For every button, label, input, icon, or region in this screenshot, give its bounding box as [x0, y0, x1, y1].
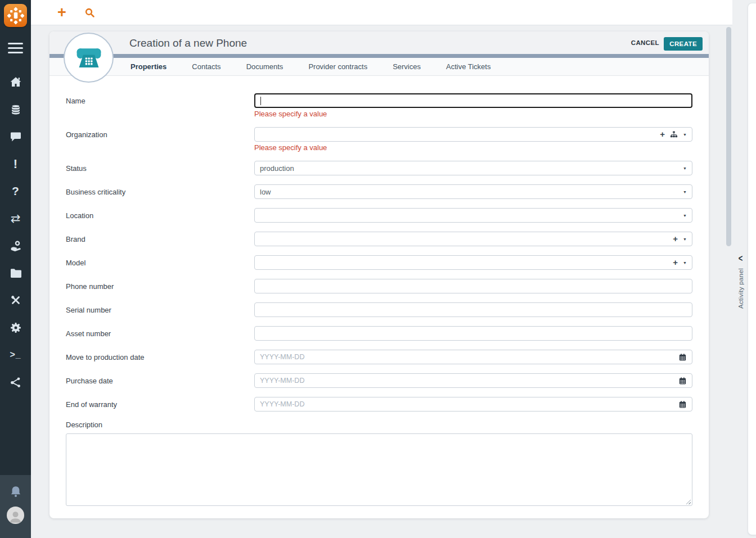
tab-contacts[interactable]: Contacts	[192, 62, 220, 71]
form-row-model: Model+▼	[66, 255, 692, 270]
caret-down-icon[interactable]: ▼	[683, 190, 687, 194]
tab-properties[interactable]: Properties	[130, 62, 166, 71]
activity-panel-toggle[interactable]: < Activity panel	[733, 254, 748, 309]
chevron-left-icon[interactable]: <	[739, 253, 743, 264]
sidebar-item-chat[interactable]	[0, 130, 31, 143]
form-row-purchase-date: Purchase dateYYYY-MM-DD	[66, 373, 692, 388]
caret-down-icon[interactable]: ▼	[683, 261, 687, 265]
plus-icon: +	[57, 4, 66, 20]
global-search-button[interactable]	[81, 4, 98, 21]
field-label-name: Name	[66, 93, 254, 118]
location-select[interactable]: ▼	[254, 208, 692, 223]
field-label-purchase-date: Purchase date	[66, 373, 254, 388]
field-label-phone-number: Phone number	[66, 279, 254, 293]
phone-number-input[interactable]	[254, 279, 692, 293]
asset-number-input[interactable]	[254, 326, 692, 341]
sidebar-item-transfer[interactable]: ⇄	[0, 212, 31, 225]
plus-icon[interactable]: +	[673, 259, 678, 266]
sidebar-item-help[interactable]: ?	[0, 184, 31, 198]
sidebar-item-data[interactable]	[0, 103, 31, 116]
purchase-date-input[interactable]: YYYY-MM-DD	[254, 373, 692, 388]
card-header: Creation of a new Phone CANCEL CREATE	[50, 31, 709, 54]
form-row-organization: Organization+▼Please specify a value	[66, 127, 692, 152]
business-criticality-select[interactable]: low▼	[254, 184, 692, 199]
plus-icon[interactable]: +	[673, 235, 678, 243]
cancel-button[interactable]: CANCEL	[631, 39, 659, 46]
sidebar-item-services[interactable]	[0, 239, 31, 252]
tab-services[interactable]: Services	[393, 62, 421, 71]
calendar-icon[interactable]	[678, 353, 687, 361]
end-of-warranty-input[interactable]: YYYY-MM-DD	[254, 397, 692, 412]
page-title: Creation of a new Phone	[129, 31, 247, 55]
tab-active-tickets[interactable]: Active Tickets	[446, 62, 490, 71]
new-object-button[interactable]: +	[53, 4, 70, 21]
help-icon: ?	[12, 184, 19, 198]
sidebar-nav: !?⇄>_	[0, 75, 31, 403]
form-row-brand: Brand+▼	[66, 232, 692, 246]
create-button[interactable]: CREATE	[664, 37, 703, 51]
business-criticality-value: low	[260, 188, 271, 196]
form-row-end-of-warranty: End of warrantyYYYY-MM-DD	[66, 397, 692, 412]
organization-validation-message: Please specify a value	[254, 144, 692, 152]
name-input[interactable]	[254, 93, 692, 108]
calendar-icon[interactable]	[678, 400, 687, 409]
field-label-business-criticality: Business criticality	[66, 184, 254, 199]
itop-logo[interactable]	[4, 4, 27, 27]
sidebar-item-share[interactable]	[0, 376, 31, 389]
move-to-production-date-input[interactable]: YYYY-MM-DD	[254, 350, 692, 364]
caret-down-icon[interactable]: ▼	[683, 166, 687, 170]
properties-form: NamePlease specify a valueOrganization+▼…	[50, 76, 709, 506]
sidebar-user-section	[0, 475, 31, 538]
tab-documents[interactable]: Documents	[246, 62, 284, 71]
form-row-asset-number: Asset number	[66, 326, 692, 341]
sidebar-item-alerts[interactable]: !	[0, 157, 31, 171]
user-avatar[interactable]	[7, 507, 24, 524]
field-control-serial-number	[254, 302, 692, 317]
model-input[interactable]: +▼	[254, 255, 692, 270]
menu-toggle-icon[interactable]	[8, 43, 23, 53]
calendar-icon[interactable]	[678, 377, 687, 385]
field-label-move-to-production-date: Move to production date	[66, 350, 254, 364]
transfer-icon: ⇄	[11, 212, 21, 225]
purchase-date-placeholder: YYYY-MM-DD	[260, 377, 304, 385]
sidebar-item-documents[interactable]	[0, 266, 31, 280]
chat-icon	[9, 130, 22, 143]
page-scrollbar[interactable]	[726, 26, 732, 538]
resize-handle[interactable]	[685, 499, 691, 504]
field-label-location: Location	[66, 208, 254, 223]
caret-down-icon[interactable]: ▼	[683, 133, 687, 137]
sidebar-item-console[interactable]: >_	[0, 348, 31, 361]
scrollbar-thumb[interactable]	[726, 27, 731, 246]
sitemap-icon[interactable]	[670, 130, 678, 138]
serial-number-input[interactable]	[254, 302, 692, 317]
sidebar-item-home[interactable]	[0, 75, 31, 89]
form-row-move-to-production-date: Move to production dateYYYY-MM-DD	[66, 350, 692, 364]
activity-panel-collapsed[interactable]	[748, 3, 756, 535]
organization-input[interactable]: +▼	[254, 127, 692, 142]
field-label-end-of-warranty: End of warranty	[66, 397, 254, 412]
tab-provider-contracts[interactable]: Provider contracts	[308, 62, 367, 71]
caret-down-icon[interactable]: ▼	[683, 214, 687, 218]
form-row-serial-number: Serial number	[66, 302, 692, 317]
description-textarea[interactable]	[66, 433, 692, 506]
brand-input[interactable]: +▼	[254, 232, 692, 246]
tab-row: PropertiesContactsDocumentsProvider cont…	[50, 58, 709, 76]
data-icon	[9, 103, 22, 116]
field-label-serial-number: Serial number	[66, 302, 254, 317]
documents-icon	[9, 266, 22, 280]
activity-panel-label[interactable]: Activity panel	[737, 268, 744, 309]
console-icon: >_	[10, 348, 21, 361]
field-control-status: production▼	[254, 161, 692, 175]
caret-down-icon[interactable]: ▼	[683, 237, 687, 241]
status-select[interactable]: production▼	[254, 161, 692, 175]
settings-icon	[9, 321, 22, 334]
form-row-phone-number: Phone number	[66, 279, 692, 293]
notifications-bell-icon[interactable]	[8, 485, 23, 501]
field-label-status: Status	[66, 161, 254, 175]
field-control-phone-number	[254, 279, 692, 293]
topbar: +	[31, 0, 732, 25]
sidebar-item-tools[interactable]	[0, 293, 31, 307]
sidebar-item-settings[interactable]	[0, 321, 31, 334]
plus-icon[interactable]: +	[660, 130, 665, 138]
phone-icon	[74, 43, 104, 73]
